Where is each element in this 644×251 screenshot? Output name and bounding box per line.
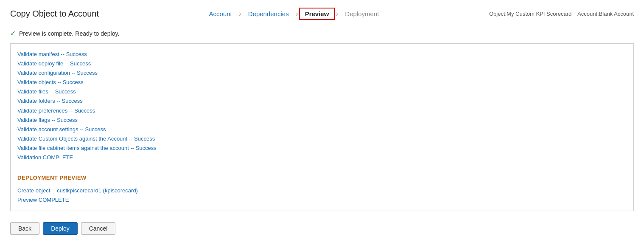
page-header: Copy Object to Account Account › Depende…	[0, 0, 644, 24]
step-preview[interactable]: Preview	[299, 8, 335, 20]
meta-object-label: Object:	[489, 11, 507, 17]
deploy-button[interactable]: Deploy	[43, 222, 78, 235]
deployment-line-2: Preview COMPLETE	[17, 195, 627, 205]
footer: Back Deploy Cancel	[0, 218, 644, 239]
wizard-steps: Account › Dependencies › Preview › Deplo…	[203, 8, 385, 20]
log-line-8: Validate flags -- Success	[17, 116, 627, 125]
log-line-5: Validate files -- Success	[17, 87, 627, 96]
deployment-line-1: Create object -- custkpiscorecard1 (kpis…	[17, 186, 627, 195]
log-line-3: Validate configuration -- Success	[17, 68, 627, 78]
check-icon: ✓	[10, 29, 16, 37]
log-line-7: Validate preferences -- Success	[17, 106, 627, 116]
step-preview-label: Preview	[299, 8, 335, 20]
step-dependencies[interactable]: Dependencies	[242, 8, 295, 20]
step-dependencies-label: Dependencies	[242, 8, 295, 20]
log-gap-1	[17, 162, 627, 166]
status-message: Preview is complete. Ready to deploy.	[19, 30, 119, 37]
cancel-button[interactable]: Cancel	[81, 222, 116, 235]
log-line-1: Validate manifest -- Success	[17, 50, 627, 59]
log-line-2: Validate deploy file -- Success	[17, 59, 627, 68]
log-line-9: Validate account settings -- Success	[17, 125, 627, 134]
deployment-preview-title: DEPLOYMENT PREVIEW	[17, 173, 627, 183]
page-title: Copy Object to Account	[10, 9, 99, 19]
log-line-12: Validation COMPLETE	[17, 153, 627, 162]
meta-account-label: Account:	[577, 11, 599, 17]
meta-info: Object:My Custom KPI Scorecard Account:B…	[489, 11, 634, 17]
step-arrow-1: ›	[239, 9, 241, 18]
log-gap-2	[17, 183, 627, 186]
step-account-label: Account	[203, 8, 238, 20]
back-button[interactable]: Back	[10, 222, 39, 235]
log-area: Validate manifest -- Success Validate de…	[10, 43, 634, 211]
step-deployment-label: Deployment	[339, 8, 385, 20]
step-arrow-2: ›	[296, 9, 298, 18]
log-line-11: Validate file cabinet items against the …	[17, 144, 627, 153]
meta-object-value: My Custom KPI Scorecard	[507, 11, 571, 17]
log-line-6: Validate folders -- Success	[17, 96, 627, 106]
step-account[interactable]: Account	[203, 8, 238, 20]
step-deployment[interactable]: Deployment	[339, 8, 385, 20]
log-line-10: Validate Custom Objects against the Acco…	[17, 134, 627, 144]
step-arrow-3: ›	[336, 9, 338, 18]
log-line-4: Validate objects -- Success	[17, 78, 627, 87]
meta-account-value: Blank Account	[599, 11, 634, 17]
status-bar: ✓ Preview is complete. Ready to deploy.	[0, 24, 644, 42]
